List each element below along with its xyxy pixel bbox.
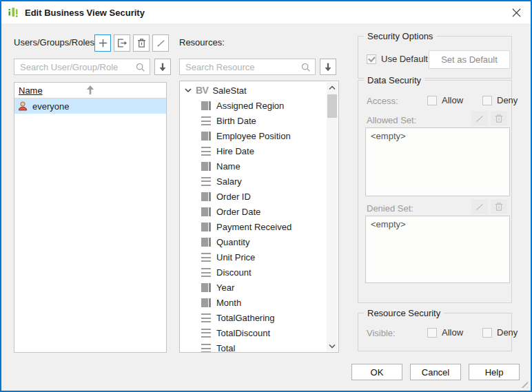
measure-icon xyxy=(201,253,211,262)
users-list: Name everyone xyxy=(14,82,167,353)
visible-allow-label: Allow xyxy=(442,327,463,338)
clear-allowed-set-button[interactable] xyxy=(491,111,507,126)
delete-user-button[interactable] xyxy=(133,34,150,52)
tree-item[interactable]: Salary xyxy=(180,174,338,189)
access-deny-label: Deny xyxy=(497,95,518,105)
visible-allow-row: Allow xyxy=(427,327,463,338)
edit-allowed-set-button[interactable] xyxy=(471,111,488,126)
data-security-legend: Data Security xyxy=(364,75,424,85)
resize-grip[interactable] xyxy=(519,379,528,388)
dialog-title: Edit Business View Security xyxy=(25,8,145,18)
tree-items-container: Assigned Region Birth Date Employee Posi… xyxy=(180,98,338,353)
measure-icon xyxy=(201,116,211,125)
dimension-icon xyxy=(201,132,211,141)
arrow-down-icon xyxy=(158,62,167,72)
user-row-everyone[interactable]: everyone xyxy=(14,99,166,114)
scrollbar-thumb[interactable] xyxy=(327,94,337,118)
help-button[interactable]: Help xyxy=(469,364,520,380)
pencil-icon xyxy=(475,114,484,123)
search-icon xyxy=(135,62,145,72)
chevron-down-icon[interactable] xyxy=(184,87,192,94)
access-deny-checkbox[interactable] xyxy=(482,96,492,105)
tree-item[interactable]: Unit Price xyxy=(180,249,338,265)
access-allow-label: Allow xyxy=(442,95,463,105)
close-button[interactable] xyxy=(509,5,524,20)
trash-icon xyxy=(136,38,147,48)
measure-icon xyxy=(201,177,211,186)
allowed-set-value: <empty> xyxy=(371,131,406,141)
cancel-button[interactable]: Cancel xyxy=(410,364,461,380)
resource-search-input[interactable] xyxy=(180,62,300,72)
visible-allow-checkbox[interactable] xyxy=(427,328,437,338)
scroll-down-button[interactable] xyxy=(327,340,338,351)
plus-icon xyxy=(98,38,108,48)
resource-tree: BV SaleStat Assigned Region Birth Date E… xyxy=(179,81,339,353)
access-allow-row: Allow xyxy=(427,95,463,105)
tree-item[interactable]: Total xyxy=(180,340,338,353)
resource-security-legend: Resource Security xyxy=(364,308,444,318)
dimension-icon xyxy=(201,223,211,231)
export-user-button[interactable] xyxy=(114,34,130,52)
user-search-box xyxy=(14,59,150,75)
dimension-icon xyxy=(201,238,211,247)
pencil-icon xyxy=(475,202,484,212)
user-row-label: everyone xyxy=(32,101,69,112)
title-bar: Edit Business View Security xyxy=(1,1,531,23)
tree-item[interactable]: Year xyxy=(180,280,338,295)
visible-deny-checkbox[interactable] xyxy=(482,328,492,338)
tree-root-salestat[interactable]: BV SaleStat xyxy=(180,83,338,98)
visible-label: Visible: xyxy=(367,328,396,338)
ok-button[interactable]: OK xyxy=(351,364,402,380)
measure-icon xyxy=(201,329,211,338)
access-allow-checkbox[interactable] xyxy=(427,96,437,105)
user-search-go-button[interactable] xyxy=(154,59,171,75)
measure-icon xyxy=(201,313,211,322)
users-list-name-header[interactable]: Name xyxy=(14,83,166,99)
pencil-icon xyxy=(156,38,166,48)
dimension-icon xyxy=(201,283,211,292)
use-default-checkbox-row: Use Default xyxy=(367,54,428,64)
tree-root-label: SaleStat xyxy=(212,85,246,96)
user-search-input[interactable] xyxy=(14,62,135,72)
dimension-icon xyxy=(201,162,211,171)
app-logo-icon xyxy=(7,6,19,19)
tree-item[interactable]: TotalGathering xyxy=(180,310,338,325)
edit-user-button[interactable] xyxy=(152,34,169,52)
allowed-set-box: <empty> xyxy=(365,127,510,196)
clear-denied-set-button[interactable] xyxy=(491,199,507,214)
use-default-checkbox[interactable] xyxy=(367,54,376,64)
tree-item[interactable]: Employee Position xyxy=(180,128,338,143)
tree-item[interactable]: Name xyxy=(180,158,338,174)
tree-item[interactable]: Hire Date xyxy=(180,143,338,158)
denied-set-box: <empty> xyxy=(365,216,510,283)
tree-item[interactable]: TotalDiscount xyxy=(180,325,338,340)
user-icon xyxy=(17,101,28,112)
tree-item[interactable]: Birth Date xyxy=(180,113,338,128)
arrow-down-icon xyxy=(323,62,333,72)
measure-icon xyxy=(201,147,211,156)
tree-scrollbar[interactable] xyxy=(327,82,338,351)
resource-search-box xyxy=(179,59,316,75)
scroll-up-button[interactable] xyxy=(327,82,338,93)
tree-item[interactable]: Order ID xyxy=(180,189,338,204)
tree-item[interactable]: Assigned Region xyxy=(180,98,338,113)
visible-deny-row: Deny xyxy=(482,327,518,338)
tree-item[interactable]: Quantity xyxy=(180,234,338,249)
access-label: Access: xyxy=(367,96,398,106)
tree-item[interactable]: Payment Received xyxy=(180,219,338,234)
tree-item[interactable]: Month xyxy=(180,295,338,310)
close-icon xyxy=(512,8,521,17)
add-user-button[interactable] xyxy=(94,34,111,52)
allowed-set-label: Allowed Set: xyxy=(367,115,416,125)
export-icon xyxy=(116,38,127,48)
set-as-default-button[interactable]: Set as Default xyxy=(429,50,510,69)
use-default-label: Use Default xyxy=(381,54,428,64)
tree-item[interactable]: Order Date xyxy=(180,204,338,219)
edit-denied-set-button[interactable] xyxy=(471,199,488,214)
business-view-icon: BV xyxy=(196,85,208,96)
trash-icon xyxy=(494,202,504,212)
sort-ascending-icon xyxy=(85,84,96,98)
resource-search-go-button[interactable] xyxy=(320,59,336,75)
edit-business-view-security-dialog: Edit Business View Security Users/Groups… xyxy=(0,0,532,392)
tree-item[interactable]: Discount xyxy=(180,265,338,280)
